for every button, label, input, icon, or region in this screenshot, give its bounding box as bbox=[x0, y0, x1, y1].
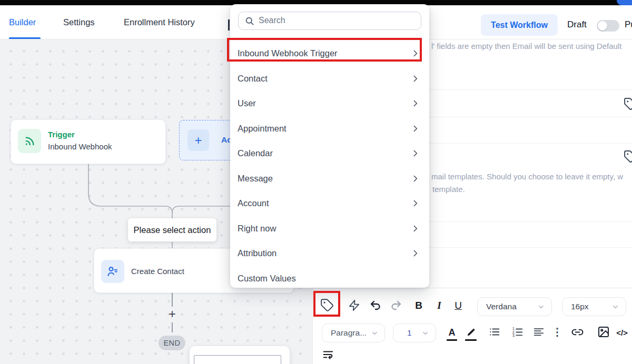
topbar-button-fragment bbox=[617, 0, 632, 5]
menu-item-attribution[interactable]: Attribution bbox=[230, 241, 429, 266]
active-tab-underline bbox=[9, 37, 41, 39]
menu-item-account[interactable]: Account bbox=[230, 191, 429, 216]
font-size-value: 16px bbox=[571, 302, 589, 311]
menu-item-message[interactable]: Message bbox=[230, 166, 429, 191]
font-family-value: Verdana bbox=[486, 302, 517, 311]
trigger-links-lightning-button[interactable] bbox=[347, 298, 361, 312]
hidden-tab-fragment bbox=[228, 19, 230, 31]
chevron-right-icon bbox=[411, 174, 420, 183]
contact-icon-tile bbox=[101, 260, 124, 283]
tab-settings-label: Settings bbox=[63, 17, 95, 27]
rss-webhook-icon bbox=[24, 135, 35, 147]
workflow-builder-page: Builder Settings Enrollment History Test… bbox=[0, 0, 632, 364]
trigger-node[interactable]: Trigger Inbound Webhook bbox=[11, 119, 166, 164]
end-badge: END bbox=[159, 336, 185, 350]
helper-text-top: l' fields are empty then Email will be s… bbox=[431, 42, 621, 50]
chevron-right-icon bbox=[411, 224, 420, 233]
webhook-icon-tile bbox=[18, 129, 41, 153]
tab-builder[interactable]: Builder bbox=[9, 5, 36, 39]
action-menu-list: Inbound Webhook Trigger Contact User App… bbox=[230, 41, 429, 291]
search-icon bbox=[244, 16, 255, 26]
bullet-list-button[interactable] bbox=[488, 325, 501, 339]
trigger-node-type: Trigger bbox=[48, 130, 75, 139]
tab-settings[interactable]: Settings bbox=[63, 5, 95, 39]
code-view-button[interactable]: </> bbox=[614, 326, 630, 339]
select-action-tooltip: Please select action bbox=[128, 218, 216, 241]
add-step-plus-button[interactable]: + bbox=[165, 307, 180, 321]
underline-button[interactable]: U bbox=[452, 298, 465, 313]
tab-enrollment-history[interactable]: Enrollment History bbox=[124, 5, 195, 39]
chevron-right-icon bbox=[411, 199, 420, 208]
numbered-list-button[interactable]: 1. 2. 3. bbox=[511, 325, 525, 339]
chevron-right-icon bbox=[411, 74, 420, 83]
helper-text-line1: mail templates. Should you choose to lea… bbox=[431, 172, 623, 181]
line-height-value: 1 bbox=[407, 328, 412, 338]
plus-icon: + bbox=[187, 129, 209, 151]
highlight-color-button[interactable] bbox=[465, 325, 478, 338]
text-color-button[interactable]: A bbox=[446, 326, 458, 339]
menu-item-custom-values[interactable]: Custom Values bbox=[230, 266, 429, 291]
line-height-select[interactable]: 1 bbox=[393, 323, 436, 342]
menu-item-user[interactable]: User bbox=[230, 91, 429, 116]
svg-text:3.: 3. bbox=[512, 333, 516, 337]
menu-item-inbound-webhook-trigger[interactable]: Inbound Webhook Trigger bbox=[230, 41, 429, 66]
menu-item-appointment[interactable]: Appointment bbox=[230, 116, 429, 141]
tab-builder-label: Builder bbox=[9, 17, 36, 27]
test-workflow-button[interactable]: Test Workflow bbox=[481, 14, 558, 36]
paragraph-style-value: Paragra... bbox=[331, 328, 367, 338]
toggle-knob bbox=[598, 21, 607, 31]
font-size-select[interactable]: 16px bbox=[562, 297, 626, 316]
chevron-down-icon bbox=[371, 329, 379, 337]
text-align-button[interactable] bbox=[532, 325, 546, 339]
tab-enrollment-history-label: Enrollment History bbox=[124, 17, 195, 27]
chevron-right-icon bbox=[411, 249, 420, 258]
undo-button[interactable] bbox=[369, 299, 382, 312]
more-options-button[interactable]: ⋮ bbox=[553, 324, 561, 340]
menu-item-right-now[interactable]: Right now bbox=[230, 216, 429, 241]
menu-item-calendar[interactable]: Calendar bbox=[230, 141, 429, 166]
menu-item-contact[interactable]: Contact bbox=[230, 66, 429, 92]
trigger-node-name: Inbound Webhook bbox=[48, 142, 112, 151]
helper-text-line2: template. bbox=[432, 185, 465, 194]
insert-link-button[interactable] bbox=[570, 325, 585, 339]
action-select-dropdown: Inbound Webhook Trigger Contact User App… bbox=[230, 4, 429, 288]
publish-toggle[interactable] bbox=[597, 20, 619, 32]
text-color-underbar bbox=[447, 339, 457, 341]
text-wrap-button[interactable] bbox=[321, 349, 335, 361]
chevron-right-icon bbox=[411, 124, 420, 133]
bold-button[interactable]: B bbox=[412, 298, 425, 313]
highlight-underbar bbox=[465, 339, 477, 341]
bottom-popup-card bbox=[190, 346, 290, 364]
chevron-right-icon bbox=[411, 149, 420, 158]
search-input[interactable] bbox=[259, 12, 417, 29]
italic-button[interactable]: I bbox=[433, 298, 445, 313]
font-family-select[interactable]: Verdana bbox=[477, 297, 552, 316]
bottom-popup-field[interactable] bbox=[194, 355, 281, 364]
chevron-right-icon bbox=[411, 49, 420, 58]
paragraph-style-select[interactable]: Paragra... bbox=[322, 323, 385, 342]
draft-label: Draft bbox=[567, 19, 587, 30]
chevron-right-icon bbox=[411, 99, 420, 108]
redo-button[interactable] bbox=[389, 299, 403, 312]
chevron-down-icon bbox=[611, 303, 619, 311]
create-contact-icon bbox=[106, 265, 119, 278]
tag-custom-values-button[interactable] bbox=[319, 298, 335, 312]
action-search-box bbox=[238, 12, 421, 30]
chevron-down-icon bbox=[421, 329, 429, 337]
tag-merge-field-icon[interactable] bbox=[624, 150, 632, 163]
create-contact-label: Create Contact bbox=[131, 249, 184, 294]
publish-label-partial: Pu bbox=[625, 19, 632, 30]
insert-image-button[interactable] bbox=[596, 325, 610, 339]
chevron-down-icon bbox=[537, 303, 545, 311]
tag-merge-field-icon[interactable] bbox=[624, 97, 632, 110]
